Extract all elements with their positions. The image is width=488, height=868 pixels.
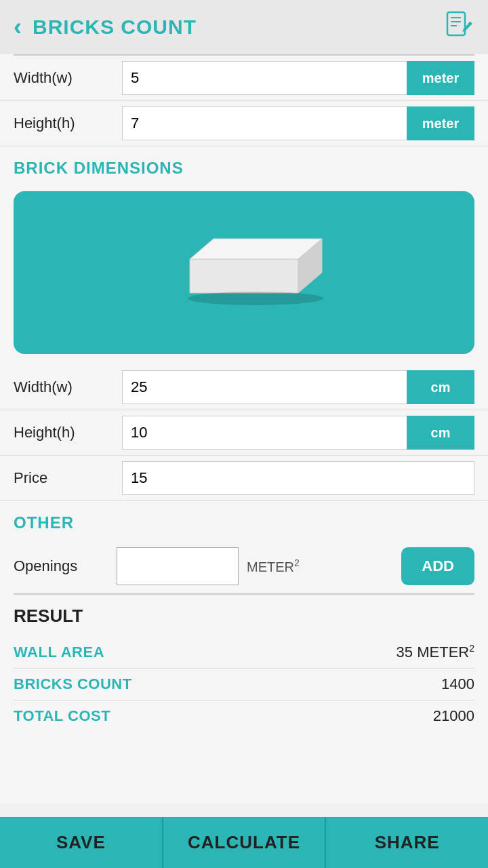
total-cost-value: 21000 <box>433 707 474 725</box>
brick-height-row: Height(h) cm <box>0 410 488 456</box>
openings-row: Openings METER2 ADD <box>0 539 488 593</box>
svg-point-8 <box>188 292 323 305</box>
total-cost-row: TOTAL COST 21000 <box>14 701 474 732</box>
brick-height-unit: cm <box>407 416 474 450</box>
svg-marker-5 <box>190 259 298 293</box>
openings-input[interactable] <box>117 547 239 585</box>
brick-dimensions-section-header: BRICK DIMENSIONS <box>0 146 488 184</box>
wall-height-unit: meter <box>407 106 474 140</box>
add-button[interactable]: ADD <box>401 547 474 585</box>
wall-area-value: 35 METER2 <box>396 643 474 661</box>
wall-width-row: Width(w) meter <box>0 56 488 101</box>
price-input[interactable] <box>122 461 474 495</box>
save-button[interactable]: SAVE <box>0 817 163 868</box>
price-row: Price <box>0 456 488 501</box>
notebook-icon[interactable] <box>442 8 474 47</box>
wall-height-label: Height(h) <box>14 115 122 132</box>
openings-unit: METER2 <box>247 557 300 575</box>
app-header: ‹ BRICKS COUNT <box>0 0 488 54</box>
bricks-count-key: BRICKS COUNT <box>14 675 132 693</box>
brick-height-input[interactable] <box>122 416 407 450</box>
brick-width-input[interactable] <box>122 370 407 404</box>
bottom-bar: SAVE CALCULATE SHARE <box>0 817 488 868</box>
back-button[interactable]: ‹ <box>14 15 22 39</box>
brick-image-container <box>14 191 474 354</box>
wall-area-row: WALL AREA 35 METER2 <box>14 636 474 668</box>
bricks-count-row: BRICKS COUNT 1400 <box>14 669 474 700</box>
wall-width-unit: meter <box>407 61 474 95</box>
brick-width-unit: cm <box>407 370 474 404</box>
result-title: RESULT <box>14 606 474 627</box>
wall-width-label: Width(w) <box>14 69 122 87</box>
brick-height-input-group: cm <box>122 416 474 450</box>
bricks-count-value: 1400 <box>441 675 474 693</box>
total-cost-key: TOTAL COST <box>14 707 110 725</box>
other-title: OTHER <box>14 513 74 532</box>
price-label: Price <box>14 469 122 487</box>
wall-width-input[interactable] <box>122 61 407 95</box>
brick-width-label: Width(w) <box>14 378 122 396</box>
other-section-header: OTHER <box>0 501 488 539</box>
main-content: Width(w) meter Height(h) meter BRICK DIM… <box>0 54 488 804</box>
wall-width-input-group: meter <box>122 61 474 95</box>
brick-image <box>149 218 339 327</box>
page-title: BRICKS COUNT <box>33 16 197 39</box>
share-button[interactable]: SHARE <box>326 817 488 868</box>
brick-height-label: Height(h) <box>14 424 122 441</box>
brick-width-row: Width(w) cm <box>0 365 488 410</box>
bottom-spacer <box>0 743 488 804</box>
calculate-button[interactable]: CALCULATE <box>163 817 327 868</box>
brick-width-input-group: cm <box>122 370 474 404</box>
openings-label: Openings <box>14 557 108 575</box>
wall-area-key: WALL AREA <box>14 644 104 661</box>
result-section: RESULT WALL AREA 35 METER2 BRICKS COUNT … <box>0 595 488 743</box>
wall-height-input-group: meter <box>122 106 474 140</box>
brick-dimensions-title: BRICK DIMENSIONS <box>14 159 184 177</box>
wall-height-row: Height(h) meter <box>0 101 488 146</box>
wall-height-input[interactable] <box>122 106 407 140</box>
